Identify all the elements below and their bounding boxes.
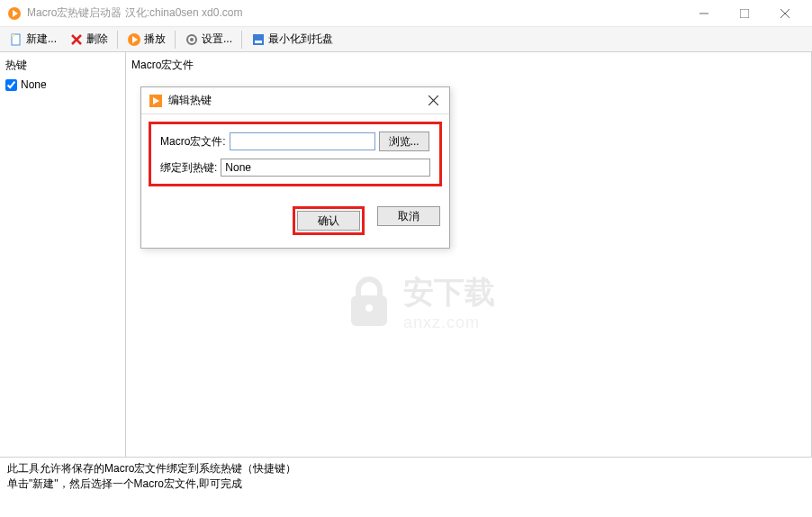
window-title: Macro宏热键启动器 汉化:china0sen xd0.com [27, 5, 683, 21]
dialog-title: 编辑热键 [168, 93, 424, 108]
toolbar-separator [241, 31, 242, 49]
toolbar-separator [175, 31, 176, 49]
dialog-body: Macro宏文件: 浏览... 绑定到热键: [141, 114, 449, 194]
edit-hotkey-dialog: 编辑热键 Macro宏文件: 浏览... 绑定到热键: 确认 取消 [140, 86, 450, 249]
svg-rect-7 [12, 34, 14, 37]
svg-rect-14 [253, 34, 264, 45]
maximize-button[interactable] [724, 1, 764, 26]
dialog-footer: 确认 取消 [141, 194, 449, 248]
browse-button[interactable]: 浏览... [379, 132, 429, 151]
svg-point-13 [190, 38, 194, 41]
file-label: Macro宏文件: [160, 134, 226, 150]
dialog-icon [149, 94, 163, 108]
macro-file-input[interactable] [230, 132, 375, 150]
app-icon [7, 6, 22, 21]
new-button[interactable]: 新建... [4, 30, 62, 49]
file-row: Macro宏文件: 浏览... [160, 132, 430, 151]
svg-rect-3 [740, 9, 749, 18]
list-item-label: None [21, 78, 47, 91]
minimize-button[interactable] [683, 1, 724, 26]
dialog-close-button[interactable] [424, 92, 442, 110]
macro-file-header: Macro宏文件 [131, 56, 806, 75]
settings-label: 设置... [202, 32, 232, 47]
list-item-checkbox[interactable] [5, 79, 17, 91]
new-file-icon [9, 32, 23, 47]
play-button[interactable]: 播放 [122, 30, 171, 49]
bind-label: 绑定到热键: [160, 160, 217, 176]
svg-rect-15 [255, 41, 262, 43]
footer-line1: 此工具允许将保存的Macro宏文件绑定到系统热键（快捷键） [7, 461, 805, 476]
hotkey-bind-input[interactable] [221, 159, 430, 177]
settings-button[interactable]: 设置... [179, 30, 238, 49]
ok-button[interactable]: 确认 [297, 211, 360, 231]
play-label: 播放 [144, 32, 166, 47]
bind-row: 绑定到热键: [160, 159, 430, 177]
window-titlebar: Macro宏热键启动器 汉化:china0sen xd0.com [0, 0, 812, 27]
minimize-tray-label: 最小化到托盘 [268, 32, 333, 47]
close-icon [429, 95, 438, 105]
dialog-titlebar: 编辑热键 [141, 87, 449, 114]
close-button[interactable] [764, 1, 805, 26]
delete-icon [69, 32, 84, 47]
list-item[interactable]: None [5, 78, 120, 91]
delete-label: 删除 [86, 32, 108, 47]
new-label: 新建... [26, 32, 57, 47]
hotkey-header: 热键 [5, 56, 120, 75]
minimize-tray-button[interactable]: 最小化到托盘 [246, 30, 338, 49]
gear-icon [185, 32, 199, 47]
footer-help: 此工具允许将保存的Macro宏文件绑定到系统热键（快捷键） 单击"新建"，然后选… [0, 458, 812, 495]
hotkey-column: 热键 None [0, 52, 126, 457]
highlight-box: Macro宏文件: 浏览... 绑定到热键: [149, 122, 442, 186]
footer-line2: 单击"新建"，然后选择一个Macro宏文件,即可完成 [7, 476, 805, 492]
cancel-button[interactable]: 取消 [377, 206, 440, 226]
delete-button[interactable]: 删除 [64, 30, 113, 49]
tray-icon [251, 32, 266, 47]
play-icon [127, 32, 141, 47]
window-controls [683, 1, 805, 26]
toolbar: 新建... 删除 播放 设置... 最小化到托盘 [0, 27, 812, 52]
highlight-confirm: 确认 [293, 206, 365, 235]
toolbar-separator [117, 31, 118, 49]
